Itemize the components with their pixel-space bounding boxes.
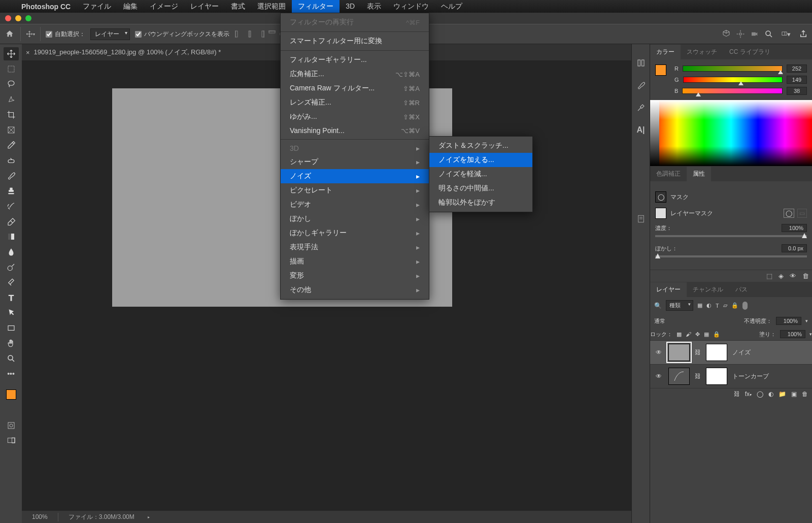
filter-adjust-icon[interactable]: ◐ bbox=[706, 302, 712, 309]
frame-tool[interactable] bbox=[4, 123, 19, 137]
layer-name[interactable]: ノイズ bbox=[732, 348, 751, 357]
share-icon[interactable] bbox=[799, 29, 808, 39]
gradient-tool[interactable] bbox=[4, 230, 19, 243]
zoom-level[interactable]: 100% bbox=[22, 513, 58, 520]
lasso-tool[interactable] bbox=[4, 78, 19, 91]
mask-from-selection-icon[interactable]: ⬚ bbox=[766, 272, 772, 280]
auto-select-checkbox[interactable]: 自動選択： bbox=[46, 30, 85, 39]
menu-レイヤー[interactable]: レイヤー bbox=[184, 0, 225, 13]
menu-item-ぼかし[interactable]: ぼかし bbox=[281, 212, 429, 226]
menu-編集[interactable]: 編集 bbox=[117, 0, 144, 13]
eraser-tool[interactable] bbox=[4, 215, 19, 228]
mask-thumbnail[interactable] bbox=[706, 368, 727, 385]
vector-mask-icon[interactable]: ▭ bbox=[797, 209, 807, 218]
menu-書式[interactable]: 書式 bbox=[225, 0, 251, 13]
dodge-tool[interactable] bbox=[4, 260, 19, 274]
fg-bg-swatches[interactable] bbox=[655, 64, 670, 80]
quick-mask-icon[interactable] bbox=[4, 419, 19, 432]
brush-settings-icon[interactable] bbox=[636, 103, 646, 112]
b-value[interactable]: 38 bbox=[787, 87, 807, 95]
edit-toolbar[interactable]: ••• bbox=[4, 367, 19, 380]
submenu-item-ノイズを加える...[interactable]: ノイズを加える... bbox=[429, 153, 532, 167]
heal-tool[interactable] bbox=[4, 154, 19, 167]
filter-pixel-icon[interactable]: ▦ bbox=[697, 302, 702, 309]
character-panel-icon[interactable]: A| bbox=[636, 125, 646, 135]
menu-イメージ[interactable]: イメージ bbox=[144, 0, 184, 13]
link-mask-icon[interactable]: ⛓ bbox=[695, 349, 701, 356]
layer-thumbnail[interactable] bbox=[668, 344, 690, 361]
tab-properties[interactable]: 属性 bbox=[687, 167, 711, 181]
layer-mask-thumb[interactable] bbox=[655, 208, 666, 219]
lock-position-icon[interactable]: ✥ bbox=[695, 331, 700, 338]
brush-panel-icon[interactable] bbox=[636, 81, 646, 90]
menu-item-変形[interactable]: 変形 bbox=[281, 269, 429, 283]
history-panel-icon[interactable] bbox=[636, 58, 646, 68]
color-swatches-tool[interactable] bbox=[6, 382, 16, 400]
menu-item-ゆがみ...[interactable]: ゆがみ...⇧⌘X bbox=[281, 110, 429, 124]
screen-mode-icon[interactable] bbox=[4, 434, 19, 447]
menu-ウィンドウ[interactable]: ウィンドウ bbox=[387, 0, 435, 13]
quick-select-tool[interactable] bbox=[4, 93, 19, 106]
brush-tool[interactable] bbox=[4, 169, 19, 182]
invert-mask-icon[interactable]: ◈ bbox=[779, 272, 784, 280]
visibility-icon[interactable]: 👁 bbox=[654, 373, 663, 380]
workspace-switcher-icon[interactable]: ▾ bbox=[782, 29, 791, 39]
menu-item-その他[interactable]: その他 bbox=[281, 283, 429, 297]
move-tool[interactable] bbox=[4, 47, 19, 60]
menu-item-レンズ補正...[interactable]: レンズ補正...⇧⌘R bbox=[281, 95, 429, 110]
marquee-tool[interactable] bbox=[4, 62, 19, 76]
auto-select-target[interactable]: レイヤー bbox=[90, 28, 130, 40]
zoom-window-icon[interactable] bbox=[25, 15, 31, 21]
link-mask-icon[interactable]: ⛓ bbox=[695, 373, 701, 380]
menu-item-ノイズ[interactable]: ノイズ bbox=[281, 169, 429, 183]
lock-paint-icon[interactable]: 🖌 bbox=[686, 331, 691, 337]
close-window-icon[interactable] bbox=[5, 15, 11, 21]
menu-ヘルプ[interactable]: ヘルプ bbox=[435, 0, 468, 13]
file-info[interactable]: ファイル：3.00M/3.00M bbox=[58, 513, 145, 521]
zoom-tool[interactable] bbox=[4, 352, 19, 365]
history-brush-tool[interactable] bbox=[4, 200, 19, 213]
bounding-box-checkbox[interactable]: バウンディングボックスを表示 bbox=[135, 30, 229, 39]
filter-type-icon[interactable]: T bbox=[716, 303, 719, 309]
crop-tool[interactable] bbox=[4, 108, 19, 121]
menu-ファイル[interactable]: ファイル bbox=[77, 0, 117, 13]
g-value[interactable]: 149 bbox=[787, 76, 807, 84]
submenu-item-明るさの中間値...[interactable]: 明るさの中間値... bbox=[429, 181, 532, 195]
menu-3D[interactable]: 3D bbox=[340, 0, 361, 13]
density-value[interactable]: 100% bbox=[782, 224, 807, 232]
search-icon[interactable] bbox=[764, 29, 773, 39]
menu-表示[interactable]: 表示 bbox=[361, 0, 387, 13]
color-spectrum[interactable] bbox=[650, 100, 812, 166]
lock-artboard-icon[interactable]: ▦ bbox=[704, 331, 709, 338]
menu-item-広角補正...[interactable]: 広角補正...⌥⇧⌘A bbox=[281, 67, 429, 81]
menu-選択範囲[interactable]: 選択範囲 bbox=[251, 0, 292, 13]
document-tab-label[interactable]: 190919_people-1560569_1280.jpg @ 100% (ノ… bbox=[34, 48, 221, 57]
minimize-window-icon[interactable] bbox=[15, 15, 21, 21]
submenu-item-ノイズを軽減...[interactable]: ノイズを軽減... bbox=[429, 167, 532, 181]
submenu-item-輪郭以外をぼかす[interactable]: 輪郭以外をぼかす bbox=[429, 195, 532, 210]
fill-value[interactable]: 100% bbox=[780, 330, 805, 338]
new-layer-icon[interactable]: ▣ bbox=[791, 390, 797, 398]
menu-item-フィルターギャラリー...[interactable]: フィルターギャラリー... bbox=[281, 53, 429, 67]
layer-thumbnail[interactable] bbox=[668, 368, 690, 385]
tab-adjustments[interactable]: 色調補正 bbox=[650, 167, 687, 181]
tab-paths[interactable]: パス bbox=[729, 282, 754, 297]
link-layers-icon[interactable]: ⛓ bbox=[734, 390, 740, 398]
3d-camera-icon[interactable] bbox=[750, 29, 759, 39]
menu-item-表現手法[interactable]: 表現手法 bbox=[281, 240, 429, 254]
delete-mask-icon[interactable]: 🗑 bbox=[802, 272, 809, 280]
layer-row[interactable]: 👁 ⛓ ノイズ bbox=[650, 340, 812, 364]
layer-name[interactable]: トーンカーブ bbox=[732, 372, 769, 381]
stamp-tool[interactable] bbox=[4, 184, 19, 198]
layer-row[interactable]: 👁 ⛓ トーンカーブ bbox=[650, 364, 812, 388]
menu-item-ビデオ[interactable]: ビデオ bbox=[281, 198, 429, 212]
tab-color[interactable]: カラー bbox=[650, 45, 681, 59]
g-slider[interactable] bbox=[683, 77, 783, 83]
notes-panel-icon[interactable] bbox=[636, 214, 646, 223]
tab-layers[interactable]: レイヤー bbox=[650, 282, 687, 297]
filter-shape-icon[interactable]: ▱ bbox=[723, 302, 727, 309]
layer-filter-type[interactable]: 種類 bbox=[666, 300, 693, 311]
menu-フィルター[interactable]: フィルター bbox=[292, 0, 340, 13]
path-select-tool[interactable] bbox=[4, 306, 19, 319]
tab-swatches[interactable]: スウォッチ bbox=[681, 45, 723, 59]
